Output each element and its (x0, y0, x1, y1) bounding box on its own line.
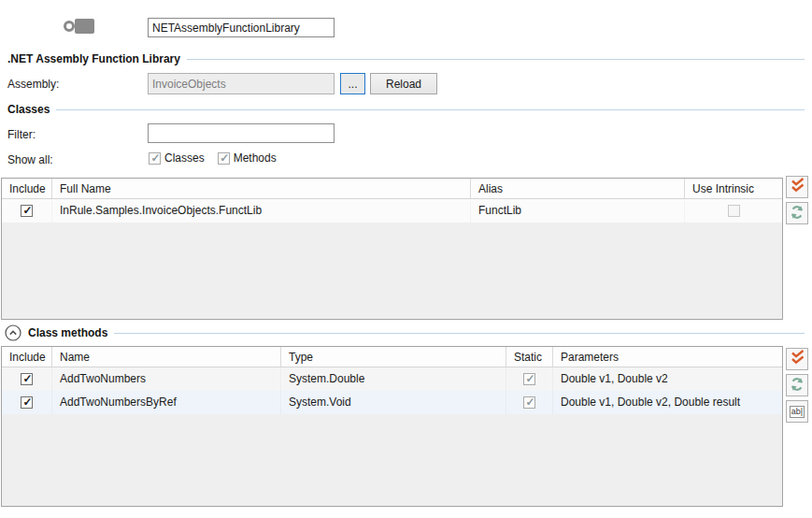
show-methods-checkbox[interactable] (218, 152, 230, 165)
classes-grid-empty-area (2, 223, 782, 319)
assembly-section-divider (187, 59, 805, 60)
classes-section-title: Classes (7, 103, 50, 116)
methods-column-header-type[interactable]: Type (281, 347, 506, 367)
class-include-checkbox[interactable] (21, 205, 33, 217)
function-library-icon-ring (64, 21, 75, 32)
reload-button[interactable]: Reload (370, 73, 437, 94)
method-row-addtwonumbers[interactable]: AddTwoNumbers System.Double Double v1, D… (2, 367, 782, 391)
red-double-checkmark-icon (791, 350, 805, 368)
method-parameters-cell: Double v1, Double v2, Double result (553, 391, 782, 414)
method-include-checkbox[interactable] (21, 396, 33, 409)
show-all-label: Show all: (7, 153, 53, 166)
method-include-cell (2, 391, 52, 414)
assembly-path-input (148, 73, 335, 94)
filter-label: Filter: (7, 128, 36, 141)
check-all-classes-button[interactable] (786, 176, 808, 198)
classes-column-header-alias[interactable]: Alias (471, 179, 685, 198)
show-classes-checkbox[interactable] (149, 152, 161, 165)
methods-grid-empty-area (2, 414, 782, 506)
library-name-input[interactable] (148, 18, 335, 37)
check-all-methods-button[interactable] (786, 348, 808, 370)
method-include-checkbox[interactable] (21, 373, 33, 385)
class-methods-section-divider (114, 333, 805, 334)
function-library-icon (64, 19, 95, 35)
classes-grid-row[interactable]: InRule.Samples.InvoiceObjects.FunctLib F… (2, 199, 782, 223)
class-methods-section-header: Class methods (5, 325, 805, 340)
show-all-checkbox-group: Classes Methods (149, 151, 286, 165)
method-type-cell: System.Void (281, 391, 506, 414)
class-methods-section-title: Class methods (28, 326, 107, 339)
methods-grid-header: Include Name Type Static Parameters (2, 347, 782, 367)
classes-section-divider (56, 109, 805, 110)
method-static-cell (506, 367, 553, 391)
browse-assembly-button[interactable]: ... (340, 73, 365, 94)
method-parameters-cell: Double v1, Double v2 (553, 367, 782, 391)
classes-column-header-use-intrinsic[interactable]: Use Intrinsic (685, 179, 782, 198)
methods-column-header-name[interactable]: Name (52, 347, 281, 367)
class-methods-grid: Include Name Type Static Parameters AddT… (1, 346, 783, 507)
method-static-checkbox (523, 373, 535, 385)
method-type-cell: System.Double (281, 367, 506, 391)
method-include-cell (2, 367, 52, 391)
assembly-label: Assembly: (7, 78, 59, 91)
methods-column-header-static[interactable]: Static (506, 347, 553, 367)
assembly-section-title: .NET Assembly Function Library (7, 52, 180, 65)
classes-grid-header: Include Full Name Alias Use Intrinsic (2, 179, 782, 199)
method-name-cell: AddTwoNumbers (52, 367, 281, 391)
method-row-addtwonumbersbyref[interactable]: AddTwoNumbersByRef System.Void Double v1… (2, 391, 782, 414)
methods-column-header-include[interactable]: Include (2, 347, 52, 367)
classes-grid: Include Full Name Alias Use Intrinsic In… (1, 178, 783, 320)
use-intrinsic-checkbox (728, 205, 740, 217)
function-library-icon-tag (75, 19, 94, 34)
assembly-section-header: .NET Assembly Function Library (7, 51, 805, 66)
ab-text-cursor-icon: ab| (790, 406, 805, 418)
refresh-classes-button[interactable] (786, 202, 808, 224)
show-methods-checkbox-label: Methods (234, 151, 277, 165)
classes-column-header-full-name[interactable]: Full Name (52, 179, 471, 198)
method-static-checkbox (523, 396, 535, 409)
classes-row-include-cell (2, 199, 52, 223)
filter-input[interactable] (148, 123, 335, 143)
refresh-methods-button[interactable] (786, 374, 808, 396)
methods-column-header-parameters[interactable]: Parameters (553, 347, 782, 367)
refresh-icon (790, 205, 805, 223)
classes-row-full-name-cell: InRule.Samples.InvoiceObjects.FunctLib (52, 199, 471, 223)
classes-column-header-include[interactable]: Include (2, 179, 52, 198)
classes-row-use-intrinsic-cell (685, 199, 782, 223)
classes-section-header: Classes (7, 102, 805, 117)
collapse-class-methods-icon[interactable] (5, 324, 21, 341)
method-static-cell (506, 391, 553, 414)
classes-row-alias-cell: FunctLib (471, 199, 685, 223)
rename-method-button[interactable]: ab| (786, 400, 808, 423)
method-name-cell: AddTwoNumbersByRef (52, 391, 281, 414)
red-double-checkmark-icon (791, 178, 805, 196)
show-classes-checkbox-label: Classes (164, 151, 205, 165)
refresh-icon (790, 377, 805, 395)
